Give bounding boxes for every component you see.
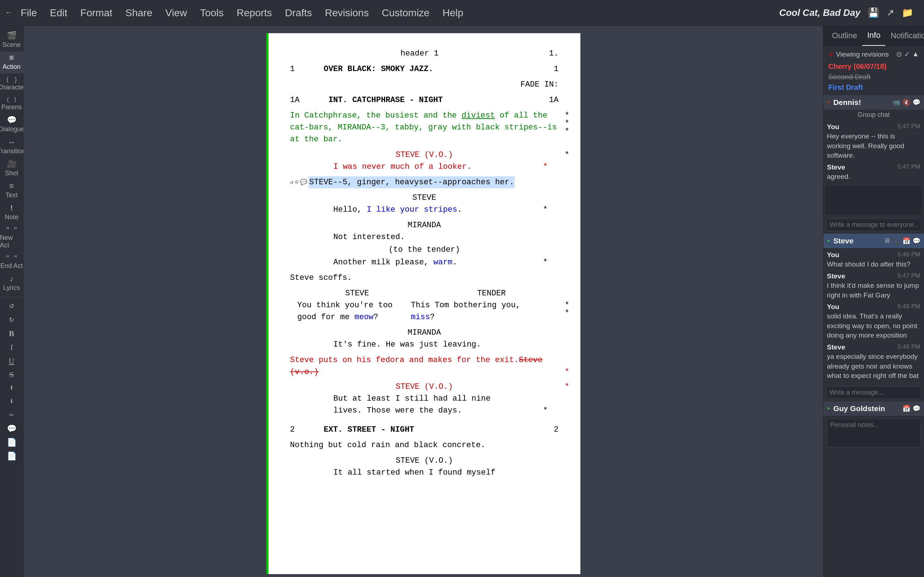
dennis-video-icon[interactable]: 📹	[892, 98, 900, 106]
dennis-mute-icon[interactable]: 🔇	[902, 98, 910, 106]
sidebar-action-label: Action	[3, 63, 21, 71]
tab-info[interactable]: Info	[862, 26, 886, 46]
sidebar-item-shot[interactable]: 🎥 Shot	[0, 158, 23, 180]
msg-time-3: 5:46 PM	[898, 251, 921, 258]
menu-file[interactable]: File	[14, 0, 43, 26]
steve-screen-icon[interactable]: 🖥	[884, 237, 890, 245]
sidebar-item-italic[interactable]: I	[0, 340, 23, 354]
steve-vo-dialogue-3: It all started when I found myself	[333, 467, 515, 479]
sidebar-item-bold[interactable]: B	[0, 327, 23, 340]
folder-icon[interactable]: 📁	[901, 7, 913, 18]
sidebar-item-scene[interactable]: 🎬 Scene	[0, 29, 23, 52]
guy-user-name: Guy Goldstein	[834, 404, 900, 413]
left-sidebar: 🎬 Scene ≡ Action ( ) Character ( ) Paren…	[0, 26, 23, 577]
sidebar-character-label: Character	[0, 84, 26, 91]
steve-icons: 🖥 📞 📅 💬	[884, 237, 921, 245]
sidebar-item-new-act[interactable]: " " New Act	[0, 224, 23, 252]
scene-2-heading: 2 EXT. STREET - NIGHT 2	[290, 424, 559, 436]
msg-time-2: 5:47 PM	[898, 163, 921, 171]
steve-phone-icon[interactable]: 📞	[892, 237, 900, 245]
scene-icon: 🎬	[7, 32, 16, 40]
fade-in: FADE IN:	[290, 79, 559, 90]
guy-message-icon[interactable]: 💬	[913, 405, 921, 413]
tender-dual-text: This Tom bothering you, miss?	[411, 299, 531, 323]
note-icon: !	[9, 205, 14, 213]
menu-edit[interactable]: Edit	[43, 0, 74, 26]
revisions-x-icon[interactable]: ✕	[828, 50, 834, 58]
msg-sender-steve-3: Steve	[827, 343, 845, 351]
miranda-dialogue-2: Another milk please, warm. *	[333, 256, 515, 268]
dennis-message-input[interactable]	[826, 219, 921, 231]
sidebar-item-underline[interactable]: U	[0, 354, 23, 368]
dual-dialogue-row: You think you're too good for me meow? T…	[290, 299, 559, 323]
revisions-up-icon[interactable]: ▲	[912, 50, 919, 58]
sidebar-item-lyrics[interactable]: ♪ Lyrics	[0, 272, 23, 295]
steve-message-input[interactable]	[826, 386, 921, 399]
sidebar-item-transition[interactable]: ↔ Transition	[0, 136, 23, 158]
sidebar-item-dialogue[interactable]: 💬 Dialogue	[0, 114, 23, 136]
revision-second[interactable]: Second Draft	[828, 72, 919, 82]
menu-format[interactable]: Format	[74, 0, 119, 26]
guy-calendar-icon[interactable]: 📅	[902, 405, 910, 413]
steve-msg-1: You 5:46 PM What should I do after this?	[827, 251, 921, 269]
revision-first[interactable]: First Draft	[828, 82, 919, 93]
sidebar-item-character[interactable]: ( ) Character	[0, 74, 23, 94]
undo-icon: ↺	[9, 302, 14, 310]
steve-dialogue-1: Hello, I like your stripes. *	[333, 204, 515, 216]
script-page[interactable]: header 1 1. 1 OVER BLACK: SMOKY JAZZ. 1 …	[267, 33, 580, 574]
steve-user-name: Steve	[834, 237, 881, 245]
group-chat-link[interactable]: Group chat	[823, 110, 924, 120]
steve-message-icon[interactable]: 💬	[913, 237, 921, 245]
msg-sender-steve-1: Steve	[827, 163, 845, 171]
dennis-message-icon[interactable]: 💬	[913, 98, 921, 106]
revision-cherry[interactable]: Cherry (06/07/18)	[828, 61, 919, 72]
menu-share[interactable]: Share	[119, 0, 159, 26]
guy-arrow-icon: ➤	[827, 405, 830, 412]
menu-drafts[interactable]: Drafts	[279, 0, 319, 26]
dennis-arrow-icon: ➤	[827, 99, 830, 106]
sidebar-item-action[interactable]: ≡ Action	[0, 52, 23, 74]
doc1-icon: 📄	[7, 439, 16, 447]
save-icon[interactable]: 💾	[868, 7, 879, 18]
msg-sender-you-2: You	[827, 251, 839, 259]
sidebar-item-doc1[interactable]: 📄	[0, 436, 23, 450]
menu-reports[interactable]: Reports	[230, 0, 279, 26]
asterisk-10: *	[564, 366, 569, 378]
scene-1a: 1A INT. CATCHPHRASE - NIGHT 1A In Catchp…	[290, 94, 559, 416]
msg-text-3: What should I do after this?	[827, 259, 921, 269]
menu-tools[interactable]: Tools	[194, 0, 230, 26]
tab-outline[interactable]: Outline	[827, 26, 862, 46]
sidebar-text-label: Text	[5, 192, 17, 199]
personal-notes-input[interactable]	[827, 419, 921, 448]
steve-calendar-icon[interactable]: 📅	[902, 237, 910, 245]
revisions-circle-icon[interactable]: ⊙	[896, 50, 902, 58]
sidebar-item-undo[interactable]: ↺	[0, 299, 23, 313]
menu-help[interactable]: Help	[436, 0, 470, 26]
nav-arrow[interactable]: ←	[3, 5, 14, 20]
miranda-dialogue-3: It's fine. He was just leaving.	[333, 338, 515, 351]
sidebar-item-doc2[interactable]: 📄	[0, 450, 23, 464]
share-icon[interactable]: ↗	[887, 7, 894, 18]
sidebar-item-upload[interactable]: ⬆	[0, 382, 23, 395]
tab-notifications[interactable]: Notifications	[885, 26, 924, 46]
sidebar-item-strikethrough[interactable]: S	[0, 368, 23, 382]
scene-1-heading: 1 OVER BLACK: SMOKY JAZZ. 1	[290, 63, 559, 75]
guy-icons: 📅 💬	[902, 405, 921, 413]
revisions-checkmark-icon[interactable]: ✓	[904, 50, 910, 58]
script-area[interactable]: header 1 1. 1 OVER BLACK: SMOKY JAZZ. 1 …	[23, 26, 823, 577]
scene-1: 1 OVER BLACK: SMOKY JAZZ. 1	[290, 63, 559, 75]
menu-view[interactable]: View	[159, 0, 194, 26]
sidebar-item-redo[interactable]: ↻	[0, 313, 23, 327]
sidebar-item-comment[interactable]: 💬	[0, 423, 23, 436]
sidebar-item-download[interactable]: ⬇	[0, 395, 23, 409]
menu-customize[interactable]: Customize	[375, 0, 436, 26]
sidebar-item-parens[interactable]: ( ) Parens	[0, 94, 23, 114]
sidebar-item-cut[interactable]: ✂	[0, 409, 23, 423]
msg-text-2: agreed.	[827, 172, 921, 182]
sidebar-item-text[interactable]: ≡ Text	[0, 180, 23, 202]
menu-revisions[interactable]: Revisions	[318, 0, 375, 26]
steve-selected-text[interactable]: STEVE--5, ginger, heavyset--approaches h…	[309, 176, 515, 188]
sidebar-item-end-act[interactable]: " " End Act	[0, 252, 23, 272]
sidebar-item-note[interactable]: ! Note	[0, 202, 23, 224]
dennis-messages: You 5:47 PM Hey everyone -- this is work…	[823, 120, 924, 184]
